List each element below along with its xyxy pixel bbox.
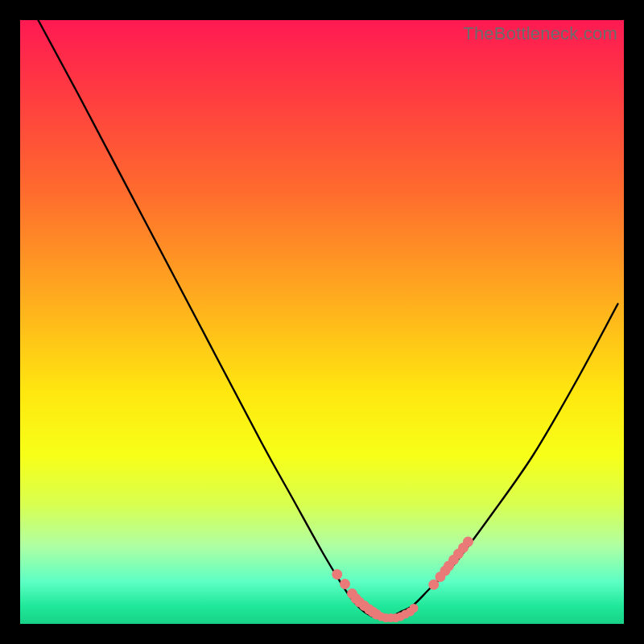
- curve-marker: [463, 537, 473, 547]
- chart-plot-area: TheBottleneck.com: [20, 20, 624, 624]
- marker-group: [332, 537, 473, 623]
- curve-marker: [410, 604, 419, 613]
- curve-marker: [332, 569, 342, 580]
- chart-svg: [20, 20, 624, 624]
- curve-marker: [340, 579, 350, 589]
- chart-frame: TheBottleneck.com: [0, 0, 644, 644]
- bottleneck-curve: [39, 20, 618, 618]
